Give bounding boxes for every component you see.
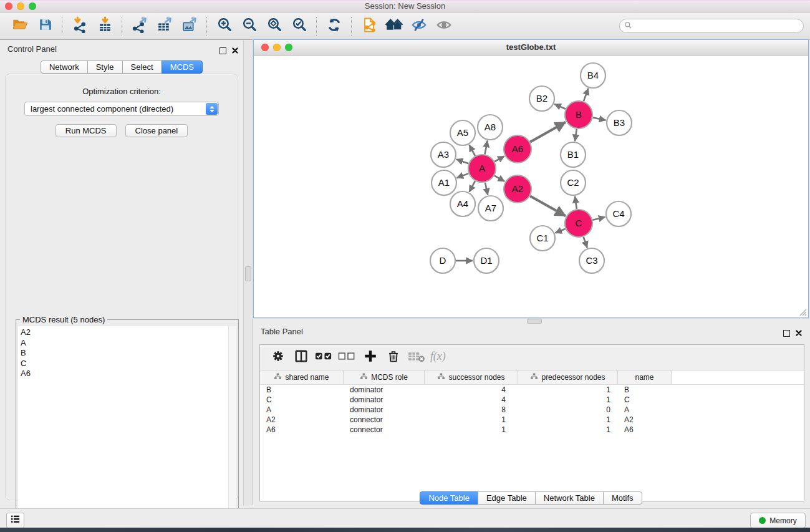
table-cell[interactable]: connector: [344, 425, 425, 434]
float-table-panel-icon[interactable]: [783, 330, 790, 337]
graph-node-C[interactable]: C: [565, 210, 592, 237]
graph-node-C4[interactable]: C4: [606, 201, 631, 226]
close-table-panel-icon[interactable]: [796, 327, 802, 339]
mcds-result-item[interactable]: C: [18, 359, 229, 369]
save-session-button[interactable]: [32, 15, 57, 37]
close-panel-button[interactable]: Close panel: [125, 124, 188, 137]
float-panel-icon[interactable]: [219, 47, 226, 54]
table-cell[interactable]: 4: [425, 385, 518, 394]
export-network-button[interactable]: [127, 15, 152, 37]
mcds-result-scrollbar[interactable]: [228, 326, 236, 528]
select-all-columns-button[interactable]: [312, 347, 335, 368]
zoom-in-button[interactable]: [212, 15, 237, 37]
graph-edge-A-A2[interactable]: [494, 176, 504, 181]
export-image-button[interactable]: [177, 15, 202, 37]
table-cell[interactable]: 8: [425, 405, 518, 414]
graph-node-C3[interactable]: C3: [579, 248, 604, 273]
column-header-name[interactable]: name: [618, 370, 672, 384]
hide-selected-button[interactable]: [407, 15, 432, 37]
table-cell[interactable]: dominator: [344, 395, 425, 404]
graph-node-A5[interactable]: A5: [450, 120, 475, 145]
tab-node-table[interactable]: Node Table: [420, 491, 478, 505]
table-cell[interactable]: A2: [618, 415, 672, 424]
graph-node-A2[interactable]: A2: [504, 175, 531, 203]
mcds-result-item[interactable]: A6: [18, 369, 229, 379]
column-header-successor-nodes[interactable]: successor nodes: [425, 370, 518, 384]
graph-node-A6[interactable]: A6: [504, 135, 531, 163]
table-cell[interactable]: B: [618, 385, 672, 394]
column-header-predecessor-nodes[interactable]: predecessor nodes: [518, 370, 618, 384]
network-window-titlebar[interactable]: testGlobe.txt: [254, 40, 808, 56]
unselect-all-columns-button[interactable]: [335, 347, 359, 368]
tab-network-table[interactable]: Network Table: [535, 491, 604, 505]
column-header-MCDS-role[interactable]: MCDS role: [344, 370, 425, 384]
table-cell[interactable]: dominator: [344, 385, 425, 394]
table-row[interactable]: Adominator80A: [260, 405, 804, 415]
graph-edge-B-B3[interactable]: [593, 118, 606, 120]
graph-node-A1[interactable]: A1: [432, 170, 456, 195]
export-table-button[interactable]: [152, 15, 177, 37]
graph-edge-A-A5[interactable]: [470, 145, 476, 155]
table-row[interactable]: A6connector11A6: [260, 425, 804, 435]
table-cell[interactable]: connector: [344, 415, 425, 424]
table-row[interactable]: Cdominator41C: [260, 395, 804, 405]
close-panel-icon[interactable]: [232, 45, 238, 56]
table-cell[interactable]: A6: [260, 425, 344, 434]
table-cell[interactable]: 1: [518, 385, 618, 394]
graph-edge-C-C1[interactable]: [555, 229, 565, 233]
graph-node-A8[interactable]: A8: [478, 115, 503, 140]
tab-style[interactable]: Style: [87, 60, 123, 74]
mcds-result-item[interactable]: B: [18, 348, 229, 359]
tab-select[interactable]: Select: [122, 60, 162, 74]
table-cell[interactable]: A: [618, 405, 672, 414]
graph-node-B3[interactable]: B3: [607, 110, 632, 135]
create-column-button[interactable]: [359, 347, 382, 368]
graph-edge-A-A7[interactable]: [485, 182, 488, 195]
new-network-from-selection-button[interactable]: [357, 15, 382, 37]
table-row[interactable]: Bdominator41B: [260, 385, 804, 395]
refresh-layout-button[interactable]: [322, 15, 347, 37]
graph-node-A[interactable]: A: [468, 155, 496, 182]
mcds-result-item[interactable]: A: [18, 338, 229, 349]
table-cell[interactable]: 1: [518, 395, 618, 404]
vertical-splitter-handle[interactable]: [245, 266, 251, 281]
table-row[interactable]: A2connector11A2: [260, 415, 804, 425]
graph-node-B[interactable]: B: [565, 101, 592, 128]
graph-edge-A-A1[interactable]: [457, 173, 469, 178]
graph-node-D[interactable]: D: [430, 248, 455, 273]
column-header-shared-name[interactable]: shared name: [260, 370, 344, 384]
tab-network[interactable]: Network: [41, 60, 88, 74]
zoom-fit-button[interactable]: [262, 15, 287, 37]
graph-edge-A-A4[interactable]: [470, 181, 476, 191]
tab-motifs[interactable]: Motifs: [603, 491, 642, 505]
graph-node-D1[interactable]: D1: [474, 248, 499, 273]
import-table-button[interactable]: [92, 15, 117, 37]
table-cell[interactable]: dominator: [344, 405, 425, 414]
optimization-criterion-select[interactable]: largest connected component (directed): [24, 102, 219, 116]
graph-edge-B-B4[interactable]: [584, 89, 589, 102]
tab-mcds[interactable]: MCDS: [162, 60, 203, 74]
table-cell[interactable]: 1: [518, 425, 618, 434]
table-cell[interactable]: 0: [518, 405, 618, 414]
network-canvas[interactable]: B4B2BB3A8A5A6A3B1AA1C2A2A4A7C4CC1C3DD1: [254, 56, 808, 317]
graph-node-A4[interactable]: A4: [450, 191, 475, 216]
table-cell[interactable]: 4: [425, 395, 518, 404]
table-cell[interactable]: A2: [260, 415, 344, 424]
graph-edge-A-A3[interactable]: [456, 159, 469, 163]
table-cell[interactable]: 1: [518, 415, 618, 424]
tab-edge-table[interactable]: Edge Table: [478, 491, 536, 505]
show-hidden-button[interactable]: [432, 15, 456, 37]
graph-node-A3[interactable]: A3: [431, 142, 456, 167]
search-input[interactable]: [635, 21, 803, 31]
graph-edge-A-A6[interactable]: [494, 156, 504, 162]
table-cell[interactable]: A6: [618, 425, 672, 434]
graph-edge-B-B2[interactable]: [554, 104, 566, 109]
import-network-button[interactable]: [67, 15, 92, 37]
graph-edge-B-B1[interactable]: [575, 129, 577, 141]
delete-columns-button[interactable]: [382, 347, 405, 368]
table-options-button[interactable]: [266, 347, 289, 368]
resize-grip-icon[interactable]: [798, 307, 807, 316]
zoom-selected-button[interactable]: [287, 15, 312, 37]
run-mcds-button[interactable]: Run MCDS: [55, 124, 117, 137]
open-session-button[interactable]: [7, 15, 32, 37]
